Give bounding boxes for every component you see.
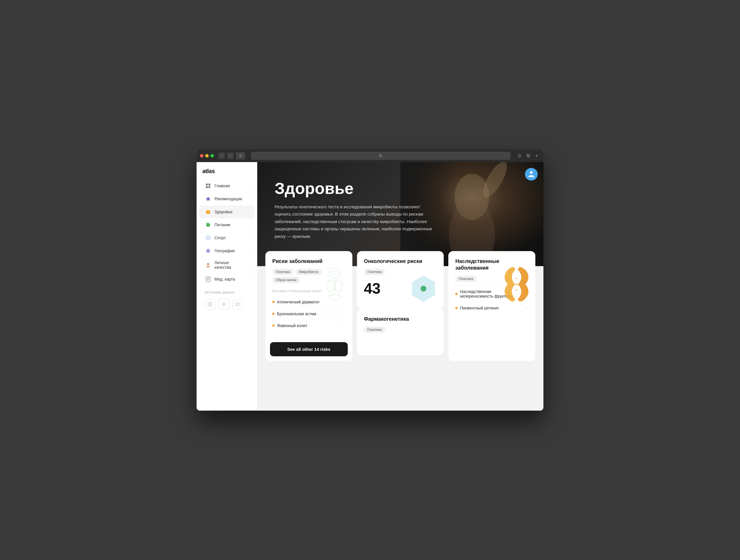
user-avatar[interactable] xyxy=(525,168,538,181)
risk-label-asthma: Бронхиальная астма xyxy=(277,312,339,316)
sidebar-item-nutrition[interactable]: Питание › xyxy=(199,218,255,231)
data-source-icons xyxy=(197,297,257,312)
svg-point-16 xyxy=(207,263,209,265)
sidebar-item-sport[interactable]: Спорт › xyxy=(199,231,255,244)
svg-rect-1 xyxy=(208,184,210,186)
sidebar-geography-label: География xyxy=(214,248,245,253)
app-logo: atlas xyxy=(197,162,257,179)
sidebar-home-label: Главная xyxy=(214,184,245,188)
cards-section: Риски заболеваний Генетика Микробиота Об… xyxy=(257,249,543,369)
data-sources-label: Источники данных xyxy=(197,286,257,297)
back-button[interactable]: ‹ xyxy=(218,152,225,159)
sidebar-sport-label: Спорт xyxy=(214,235,245,240)
svg-marker-4 xyxy=(206,197,210,201)
tab-grid-button[interactable]: ⊞ xyxy=(236,152,245,159)
add-tab-icon[interactable]: + xyxy=(534,152,540,159)
pharmacogenetics-card: Фармакогенетика Генетика xyxy=(357,309,444,355)
risk-label-colitis: Язвенный колит xyxy=(277,323,339,328)
svg-text:+: + xyxy=(207,211,209,214)
risk-arrow-asthma: → xyxy=(341,312,346,316)
risk-dot-dermatitis xyxy=(272,301,275,303)
personality-icon xyxy=(205,261,211,268)
svg-rect-28 xyxy=(236,303,240,306)
tag-genetics: Генетика xyxy=(272,269,294,275)
svg-point-27 xyxy=(223,304,224,305)
svg-point-18 xyxy=(208,263,209,264)
data-icon-microbiome[interactable] xyxy=(218,299,229,310)
svg-point-38 xyxy=(327,280,335,292)
disease-risks-title: Риски заболеваний xyxy=(272,258,346,265)
svg-point-37 xyxy=(329,267,341,278)
health-icon: + xyxy=(205,208,211,215)
app-container: atlas Главная › xyxy=(197,162,543,411)
pharmacogenetics-tags: Генетика xyxy=(364,327,437,333)
see-all-button[interactable]: See all other 14 risks xyxy=(270,342,348,356)
sidebar-item-geography[interactable]: География › xyxy=(199,244,255,257)
home-chevron-icon: › xyxy=(248,184,249,188)
recommendations-icon xyxy=(205,195,211,202)
recommendations-chevron-icon: › xyxy=(248,197,249,201)
hereditary-tag-genetics: Генетика xyxy=(455,276,477,282)
hero-content: Здоровье Результаты генетического теста … xyxy=(275,180,437,240)
risk-dot-fructose xyxy=(455,293,458,295)
risk-item-colitis[interactable]: Язвенный колит → xyxy=(272,320,346,331)
hero-title: Здоровье xyxy=(275,180,437,197)
sport-icon xyxy=(205,234,211,241)
avatar-icon xyxy=(527,170,535,179)
oncology-card: Онкологические риски Генетика 43 xyxy=(357,251,444,309)
address-bar[interactable]: ↻ xyxy=(251,152,511,160)
refresh-icon: ↻ xyxy=(379,153,382,158)
sidebar-nav: Главная › Рекомендации › xyxy=(197,179,257,286)
svg-point-42 xyxy=(421,286,426,292)
minimize-button[interactable] xyxy=(205,154,209,157)
share-icon[interactable]: ⎙ xyxy=(516,152,523,159)
pharmacogenetics-tag-genetics: Генетика xyxy=(364,327,385,333)
svg-point-24 xyxy=(209,304,211,305)
geography-icon xyxy=(205,247,211,254)
sidebar: atlas Главная › xyxy=(197,162,257,411)
personality-chevron-icon: › xyxy=(248,263,249,267)
svg-rect-3 xyxy=(208,186,210,188)
risk-dot-retinitis xyxy=(455,307,458,309)
data-icon-wellness[interactable] xyxy=(233,299,243,310)
middle-column: Онкологические риски Генетика 43 xyxy=(355,249,446,363)
risk-item-asthma[interactable]: Бронхиальная астма → xyxy=(272,308,346,320)
sidebar-medcard-label: Мед. карта xyxy=(214,277,245,282)
forward-button[interactable]: › xyxy=(227,152,234,159)
svg-rect-2 xyxy=(206,186,208,188)
hero-description: Результаты генетического теста и исследо… xyxy=(275,203,437,240)
tabs-icon[interactable]: ⧉ xyxy=(525,152,531,159)
hereditary-card: Наследственные заболевания Генетика xyxy=(448,251,535,361)
hereditary-visual xyxy=(501,267,533,308)
svg-point-36 xyxy=(530,171,533,174)
close-button[interactable] xyxy=(200,154,203,157)
maximize-button[interactable] xyxy=(210,154,214,157)
tag-microbiome: Микробиота xyxy=(295,269,322,275)
sidebar-item-medcard[interactable]: Мед. карта › xyxy=(199,273,255,286)
data-icon-dna[interactable] xyxy=(205,299,215,310)
risk-dot-asthma xyxy=(272,313,275,315)
sidebar-item-recommendations[interactable]: Рекомендации › xyxy=(199,193,255,205)
main-content: Здоровье Результаты генетического теста … xyxy=(257,162,543,411)
medcard-icon xyxy=(205,276,211,283)
health-chevron-icon: › xyxy=(248,210,249,214)
toolbar-right: ⎙ ⧉ + xyxy=(516,152,540,159)
disease-risks-illustration xyxy=(322,265,348,306)
svg-point-12 xyxy=(207,237,209,238)
pharmacogenetics-title: Фармакогенетика xyxy=(364,316,437,323)
sidebar-personality-label: Личные качества xyxy=(214,260,245,269)
oncology-visual xyxy=(409,274,438,303)
home-icon xyxy=(205,182,211,189)
browser-window: ‹ › ⊞ ↻ ⎙ ⧉ + atlas xyxy=(197,149,543,411)
sidebar-item-health[interactable]: + Здоровье › xyxy=(199,206,255,218)
oncology-title: Онкологические риски xyxy=(364,258,437,265)
nutrition-icon xyxy=(205,221,211,228)
risk-arrow-colitis: → xyxy=(341,323,346,328)
svg-rect-0 xyxy=(206,184,208,186)
sidebar-health-label: Здоровье xyxy=(214,210,245,214)
sidebar-item-home[interactable]: Главная › xyxy=(199,180,255,192)
sidebar-nutrition-label: Питание xyxy=(214,223,245,227)
tag-lifestyle: Образ жизни xyxy=(272,277,300,283)
medcard-chevron-icon: › xyxy=(248,277,249,281)
sidebar-item-personality[interactable]: Личные качества › xyxy=(199,257,255,272)
